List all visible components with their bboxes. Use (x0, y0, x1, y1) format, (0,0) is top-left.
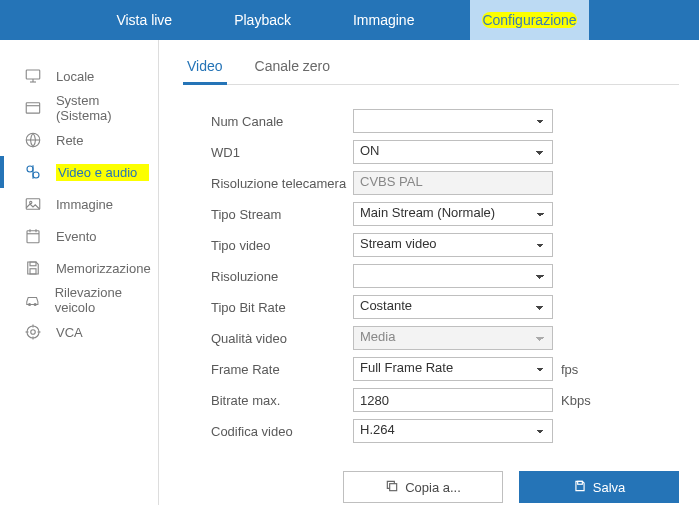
sidebar-item-label: VCA (56, 325, 83, 340)
select-video-type[interactable]: Stream video (353, 233, 553, 257)
video-audio-icon (24, 163, 42, 181)
floppy-icon (24, 259, 42, 277)
select-num-channel[interactable] (353, 109, 553, 133)
select-resolution[interactable] (353, 264, 553, 288)
action-buttons: Copia a... Salva (343, 471, 679, 503)
svg-rect-12 (27, 231, 39, 243)
select-bitrate-type[interactable]: Costante (353, 295, 553, 319)
label-frame-rate: Frame Rate (183, 362, 353, 377)
label-wd1: WD1 (183, 145, 353, 160)
label-video-quality: Qualità video (183, 331, 353, 346)
save-button-label: Salva (593, 480, 626, 495)
input-cam-res: CVBS PAL (353, 171, 553, 195)
car-icon (24, 291, 41, 309)
tab-video[interactable]: Video (183, 58, 227, 85)
sidebar-item-image[interactable]: Immagine (0, 188, 158, 220)
save-button[interactable]: Salva (519, 471, 679, 503)
sidebar-item-label: Immagine (56, 197, 113, 212)
select-video-encoding[interactable]: H.264 (353, 419, 553, 443)
copy-icon (385, 479, 399, 496)
nav-live[interactable]: Vista live (110, 2, 178, 38)
tab-zero-channel[interactable]: Canale zero (251, 58, 335, 84)
svg-rect-0 (26, 70, 40, 79)
sidebar-item-storage[interactable]: Memorizzazione (0, 252, 158, 284)
label-resolution: Risoluzione (183, 269, 353, 284)
sidebar-item-label: Rilevazione veicolo (55, 285, 158, 315)
save-icon (573, 479, 587, 496)
sidebar-item-label: Locale (56, 69, 94, 84)
nav-image[interactable]: Immagine (347, 2, 420, 38)
svg-rect-17 (30, 269, 36, 274)
main-container: Locale System (Sistema) Rete Video e aud… (0, 40, 699, 505)
nav-playback[interactable]: Playback (228, 2, 297, 38)
unit-kbps: Kbps (561, 393, 591, 408)
select-video-quality: Media (353, 326, 553, 350)
top-navbar: Vista live Playback Immagine Configurazi… (0, 0, 699, 40)
copy-to-button[interactable]: Copia a... (343, 471, 503, 503)
svg-point-7 (27, 166, 33, 172)
sidebar-item-local[interactable]: Locale (0, 60, 158, 92)
sidebar-item-event[interactable]: Evento (0, 220, 158, 252)
sidebar-item-label: System (Sistema) (56, 93, 158, 123)
sidebar-item-label: Memorizzazione (56, 261, 151, 276)
calendar-icon (24, 227, 42, 245)
monitor-icon (24, 67, 42, 85)
label-stream-type: Tipo Stream (183, 207, 353, 222)
unit-fps: fps (561, 362, 578, 377)
select-stream-type[interactable]: Main Stream (Normale) (353, 202, 553, 226)
svg-point-21 (31, 330, 36, 335)
window-icon (24, 99, 42, 117)
image-icon (24, 195, 42, 213)
nav-config[interactable]: Configurazione (470, 0, 588, 40)
sidebar-item-label: Video e audio (56, 164, 149, 181)
svg-rect-26 (390, 483, 397, 490)
sidebar-item-system[interactable]: System (Sistema) (0, 92, 158, 124)
select-wd1[interactable]: ON (353, 140, 553, 164)
svg-rect-3 (26, 103, 39, 113)
label-bitrate-max: Bitrate max. (183, 393, 353, 408)
sidebar-item-videoaudio[interactable]: Video e audio (0, 156, 158, 188)
main-panel: Video Canale zero Num Canale WD1 ON Riso… (159, 40, 699, 505)
sidebar-item-label: Rete (56, 133, 83, 148)
label-video-type: Tipo video (183, 238, 353, 253)
globe-icon (24, 131, 42, 149)
label-video-encoding: Codifica video (183, 424, 353, 439)
sidebar-item-vca[interactable]: VCA (0, 316, 158, 348)
select-frame-rate[interactable]: Full Frame Rate (353, 357, 553, 381)
svg-rect-16 (30, 262, 36, 266)
label-bitrate-type: Tipo Bit Rate (183, 300, 353, 315)
sidebar-item-label: Evento (56, 229, 96, 244)
sidebar-item-vehicle[interactable]: Rilevazione veicolo (0, 284, 158, 316)
label-num-channel: Num Canale (183, 114, 353, 129)
svg-point-8 (33, 172, 39, 178)
sidebar-item-network[interactable]: Rete (0, 124, 158, 156)
sidebar: Locale System (Sistema) Rete Video e aud… (0, 40, 159, 505)
label-cam-res: Risoluzione telecamera (183, 176, 353, 191)
tabs: Video Canale zero (183, 58, 679, 85)
svg-point-20 (27, 326, 39, 338)
gear-icon (24, 323, 42, 341)
svg-rect-27 (577, 481, 582, 484)
copy-button-label: Copia a... (405, 480, 461, 495)
nav-config-label: Configurazione (482, 12, 576, 28)
input-bitrate-max[interactable] (353, 388, 553, 412)
